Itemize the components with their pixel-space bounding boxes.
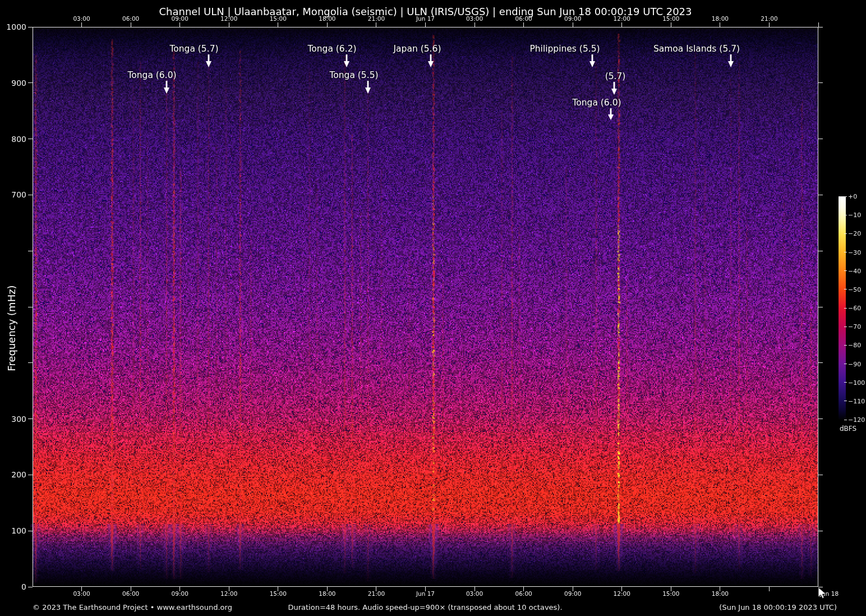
y-tick-label: 900 bbox=[0, 79, 26, 88]
y-tick-left bbox=[28, 251, 33, 251]
x-tick-label-top: 12:00 bbox=[220, 15, 237, 22]
x-tick-top bbox=[327, 22, 328, 27]
x-tick-label-bottom: 21:00 bbox=[368, 590, 385, 597]
annotation-label: Philippines (5.5) bbox=[529, 44, 600, 54]
colorbar-tick-label: −100 bbox=[848, 379, 865, 386]
annotation-label: Tonga (5.7) bbox=[169, 44, 218, 54]
colorbar-tick bbox=[844, 364, 847, 364]
annotation-arrow-icon bbox=[726, 54, 735, 68]
annotation-label: Tonga (6.2) bbox=[307, 44, 356, 54]
annotation-arrow-icon bbox=[426, 54, 435, 68]
x-tick-label-bottom: 18:00 bbox=[319, 590, 335, 597]
x-tick-top bbox=[720, 22, 720, 27]
colorbar-tick bbox=[844, 345, 847, 346]
colorbar-tick-label: −50 bbox=[848, 286, 861, 293]
x-tick-label-bottom: 03:00 bbox=[466, 590, 483, 597]
colorbar-tick bbox=[844, 196, 847, 197]
x-tick-label-top: 21:00 bbox=[368, 15, 385, 22]
y-tick-left bbox=[28, 531, 33, 531]
x-tick-label-top: 06:00 bbox=[515, 15, 532, 22]
y-tick-label: 0 bbox=[0, 582, 26, 591]
x-tick-label-bottom: 09:00 bbox=[172, 590, 188, 597]
x-tick-label-bottom: 03:00 bbox=[73, 590, 90, 597]
y-tick-label: 1000 bbox=[0, 22, 26, 31]
y-axis-label: Frequency (mHz) bbox=[6, 285, 17, 371]
y-tick-label: 100 bbox=[0, 526, 26, 535]
colorbar-tick-label: −20 bbox=[848, 230, 861, 237]
x-tick-label-bottom: 06:00 bbox=[122, 590, 139, 597]
x-tick-label-bottom: 12:00 bbox=[614, 590, 630, 597]
x-tick-label-top: 03:00 bbox=[73, 15, 90, 22]
footer-copyright: © 2023 The Earthsound Project • www.eart… bbox=[33, 603, 232, 612]
x-tick-label-top: 03:00 bbox=[466, 15, 483, 22]
colorbar-tick-label: −10 bbox=[848, 212, 861, 219]
y-tick-right bbox=[818, 307, 823, 307]
footer-timestamp: (Sun Jun 18 00:00:19 2023 UTC) bbox=[719, 603, 837, 612]
annotation-label: Samoa Islands (5.7) bbox=[653, 44, 740, 54]
colorbar-tick bbox=[844, 327, 847, 327]
x-tick-top bbox=[621, 22, 622, 27]
x-tick-top bbox=[229, 22, 229, 27]
colorbar-tick-label: −60 bbox=[848, 305, 861, 312]
colorbar-tick-label: −110 bbox=[848, 397, 865, 404]
y-tick-left bbox=[28, 307, 33, 307]
annotation-arrow-icon bbox=[610, 82, 619, 96]
colorbar-tick-label: −80 bbox=[848, 342, 861, 349]
x-tick-label-bottom: 15:00 bbox=[270, 590, 287, 597]
y-tick-right bbox=[818, 139, 823, 139]
y-tick-right bbox=[818, 419, 823, 419]
mouse-cursor-icon bbox=[818, 587, 828, 600]
y-tick-left bbox=[28, 195, 33, 195]
x-tick-top bbox=[425, 22, 426, 27]
annotation-label: Japan (5.6) bbox=[394, 44, 441, 54]
colorbar-tick-label: −120 bbox=[848, 416, 865, 424]
x-tick-label-top: 15:00 bbox=[662, 15, 679, 22]
colorbar-tick-label: −90 bbox=[848, 360, 861, 367]
spectrogram-canvas bbox=[0, 0, 866, 616]
x-tick-label-top: 18:00 bbox=[712, 15, 729, 22]
y-tick-right bbox=[818, 82, 823, 83]
y-tick-right bbox=[818, 362, 823, 363]
y-tick-label: 800 bbox=[0, 135, 26, 144]
colorbar-tick bbox=[844, 401, 847, 401]
y-tick-left bbox=[28, 82, 33, 83]
x-tick-top bbox=[179, 22, 180, 27]
y-tick-right bbox=[818, 195, 823, 195]
colorbar-tick bbox=[844, 215, 847, 215]
x-tick-label-top: Jun 17 bbox=[416, 15, 435, 22]
x-tick-top bbox=[573, 22, 573, 27]
colorbar-tick-label: −30 bbox=[848, 249, 861, 256]
colorbar-tick-label: +0 bbox=[848, 193, 857, 200]
y-tick-label: 700 bbox=[0, 190, 26, 199]
y-tick-left bbox=[28, 419, 33, 419]
colorbar-tick bbox=[844, 270, 847, 271]
y-tick-left bbox=[28, 139, 33, 139]
y-tick-left bbox=[28, 587, 33, 587]
x-tick-label-bottom: 18:00 bbox=[712, 590, 729, 597]
spectrogram-app-window: Channel ULN | Ulaanbaatar, Mongolia (sei… bbox=[0, 0, 866, 616]
y-tick-left bbox=[28, 475, 33, 475]
x-tick-label-bottom: 12:00 bbox=[220, 590, 237, 597]
annotation-label: Tonga (6.0) bbox=[572, 98, 621, 108]
annotation-label: (5.7) bbox=[605, 71, 626, 81]
x-tick-top bbox=[131, 22, 131, 27]
x-tick-top bbox=[278, 22, 278, 27]
x-tick-top bbox=[769, 22, 770, 27]
x-tick-bottom bbox=[769, 587, 770, 591]
x-tick-top bbox=[523, 22, 524, 27]
colorbar-tick-label: −70 bbox=[848, 323, 861, 330]
x-tick-label-top: 09:00 bbox=[172, 15, 188, 22]
colorbar-unit-label: dBFS bbox=[840, 425, 856, 433]
colorbar-tick-label: −40 bbox=[848, 267, 861, 274]
annotation-arrow-icon bbox=[162, 81, 171, 95]
x-tick-label-top: 12:00 bbox=[614, 15, 630, 22]
y-tick-right bbox=[818, 251, 823, 251]
annotation-arrow-icon bbox=[342, 54, 351, 68]
x-tick-top bbox=[376, 22, 376, 27]
x-tick-top bbox=[475, 22, 475, 27]
footer-duration-info: Duration=48 hours. Audio speed-up=900× (… bbox=[288, 603, 562, 612]
x-tick-label-top: 21:00 bbox=[761, 15, 777, 22]
x-tick-label-bottom: Jun 17 bbox=[416, 590, 435, 597]
y-tick-right bbox=[818, 27, 823, 27]
colorbar-tick bbox=[844, 289, 847, 289]
